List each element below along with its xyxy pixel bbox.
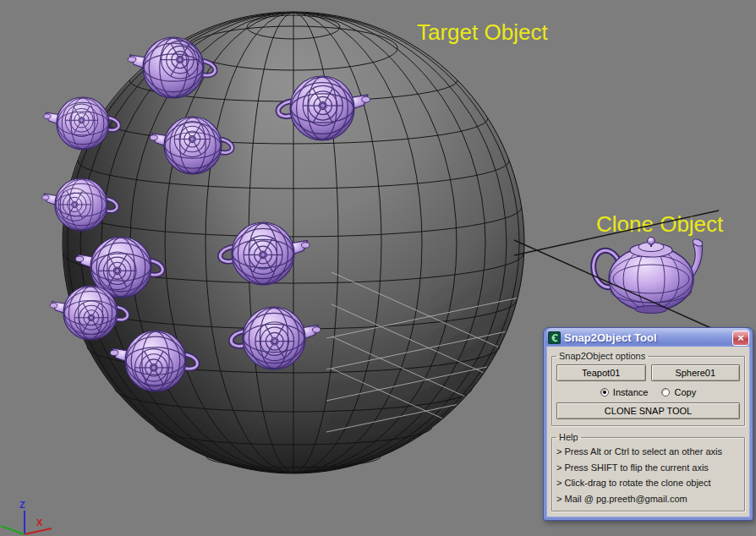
axis-x-line (25, 528, 52, 534)
axis-z-label: Z (19, 500, 25, 510)
dialog-client: Snap2Object options Teapot01 Sphere01 In… (546, 347, 750, 517)
viewport-screenshot: { "viewport": { "background_color": "#7d… (0, 0, 756, 536)
clone-snap-tool-button[interactable]: CLONE SNAP TOOL (556, 402, 740, 419)
radio-copy-label: Copy (674, 387, 696, 397)
axis-y-line (1, 526, 25, 534)
help-item: > Click-drag to rotate the clone object (556, 475, 740, 491)
radio-instance[interactable]: Instance (600, 387, 649, 397)
radio-copy[interactable]: Copy (661, 387, 696, 397)
help-group-label: Help (556, 432, 581, 442)
maxscript-icon (548, 331, 561, 344)
radio-copy-dot (661, 388, 670, 397)
help-item: > Press Alt or Ctrl to select an other a… (556, 444, 740, 460)
teapot-clone-object[interactable] (590, 238, 704, 314)
dialog-title: Snap2Object Tool (564, 331, 729, 344)
help-item: > Mail @ pg.preeth@gmail.com (556, 491, 740, 507)
close-button[interactable]: × (732, 331, 749, 346)
clone-mode-radios: Instance Copy (556, 387, 740, 397)
snap2object-dialog: Snap2Object Tool × Snap2Object options T… (543, 327, 753, 521)
world-axis-gizmo: Z X (1, 500, 52, 534)
pick-teapot-button[interactable]: Teapot01 (556, 364, 646, 381)
radio-instance-dot (600, 388, 609, 397)
pick-sphere-button[interactable]: Sphere01 (651, 364, 741, 381)
options-group-label: Snap2Object options (556, 351, 648, 361)
close-icon: × (737, 332, 744, 343)
help-group: Help > Press Alt or Ctrl to select an ot… (551, 432, 745, 511)
axis-x-label: X (36, 517, 43, 528)
target-object-label: Target Object (417, 19, 548, 45)
options-group: Snap2Object options Teapot01 Sphere01 In… (551, 351, 745, 426)
help-item: > Press SHIFT to flip the current axis (556, 460, 740, 476)
dialog-titlebar[interactable]: Snap2Object Tool × (546, 328, 750, 347)
radio-instance-label: Instance (613, 387, 649, 397)
